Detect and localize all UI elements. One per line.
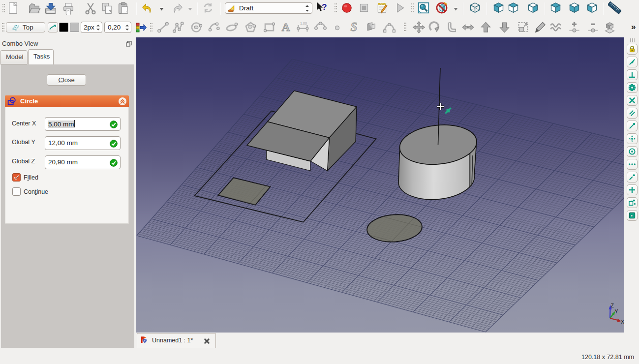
svg-text:S: S <box>351 21 358 33</box>
svg-text:Y: Y <box>615 308 618 314</box>
svg-text:1.00: 1.00 <box>300 21 307 26</box>
svg-text:A: A <box>282 21 290 33</box>
svg-text:Z: Z <box>611 303 614 308</box>
svg-text:X: X <box>621 319 624 325</box>
